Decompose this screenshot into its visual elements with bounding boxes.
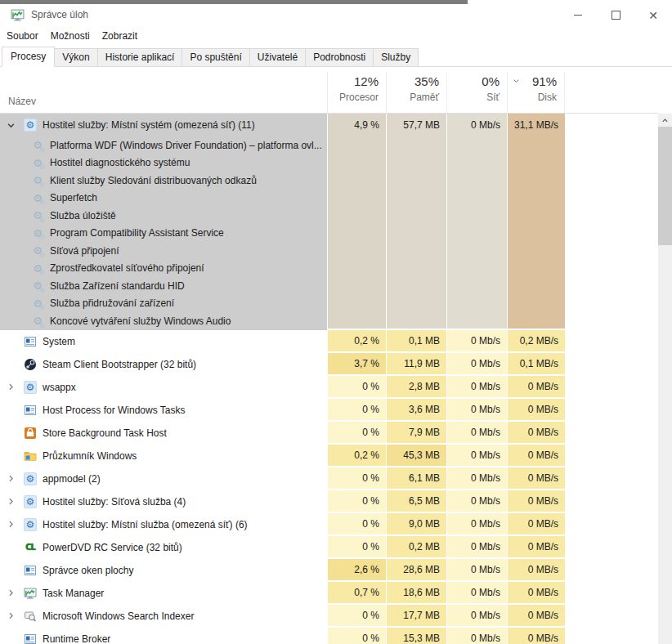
cpu-cell — [327, 207, 386, 225]
process-name: Steam Client Bootstrapper (32 bitů) — [43, 359, 196, 370]
process-name: Platforma WDF (Windows Driver Foundation… — [50, 140, 322, 151]
chevron-right-icon[interactable] — [5, 519, 16, 530]
disk-cell: 0 MB/s — [507, 628, 565, 644]
column-header-disk[interactable]: 91%Disk — [507, 72, 565, 113]
process-row[interactable]: ⚙Hostitel služby: Místní systém (omezená… — [0, 114, 658, 136]
process-row[interactable]: ⚙⚙Síťová připojení — [0, 242, 658, 260]
tab-vykon[interactable]: Výkon — [54, 48, 97, 66]
disk-cell — [507, 312, 565, 330]
service-icon: ⚙⚙ — [31, 315, 44, 328]
service-host-icon: ⚙ — [24, 381, 37, 394]
process-row[interactable]: ⚙⚙Služba přidružování zařízení — [0, 295, 658, 313]
cpu-cell: 0 % — [327, 628, 386, 644]
steam-icon — [24, 358, 37, 371]
tabbar: ProcesyVýkonHistorie aplikacíPo spuštění… — [0, 46, 672, 67]
process-name: Host Process for Windows Tasks — [43, 405, 186, 416]
tab-procesy[interactable]: Procesy — [2, 47, 55, 67]
service-icon: ⚙⚙ — [31, 226, 44, 239]
process-row[interactable]: Správce oken plochy2,6 %28,6 MB0 Mb/s0 M… — [0, 559, 658, 582]
process-name-cell: ⚙⚙Služba přidružování zařízení — [0, 295, 327, 313]
chevron-right-icon[interactable] — [5, 473, 16, 485]
process-row[interactable]: ⚙Hostitel služby: Síťová služba (4)0 %6,… — [0, 490, 658, 513]
network-cell: 0 Mb/s — [446, 513, 507, 536]
process-row[interactable]: Host Process for Windows Tasks0 %3,6 MB0… — [0, 399, 658, 422]
column-header-memory[interactable]: 35%Paměť — [386, 72, 446, 113]
column-header-network[interactable]: 0%Síť — [446, 72, 507, 113]
process-name: Task Manager — [43, 588, 104, 599]
process-row[interactable]: ⚙⚙Koncové vytváření služby Windows Audio — [0, 312, 658, 330]
network-cell — [446, 260, 507, 278]
process-row[interactable]: CLPowerDVD RC Service (32 bitů)0 %0,2 MB… — [0, 536, 658, 559]
network-cell — [446, 312, 507, 330]
column-header-name[interactable]: Název — [8, 96, 36, 107]
tab-uzivatele[interactable]: Uživatelé — [249, 48, 306, 66]
chevron-down-icon[interactable] — [5, 119, 16, 131]
maximize-button[interactable] — [597, 4, 634, 26]
process-name-cell: Host Process for Windows Tasks — [0, 399, 327, 422]
process-row[interactable]: ⚙⚙Služba Zařízení standardu HID — [0, 277, 658, 295]
store-icon — [24, 427, 37, 440]
menu-item-zobrazit[interactable]: Zobrazit — [96, 26, 143, 46]
process-row[interactable]: ⚙⚙Hostitel diagnostického systému — [0, 154, 658, 172]
process-row[interactable]: ⚙Hostitel služby: Místní služba (omezená… — [0, 513, 658, 536]
menu-item-moznosti[interactable]: Možnosti — [45, 26, 96, 46]
process-name: wsappx — [43, 382, 76, 393]
process-row[interactable]: Runtime Broker0 %15,3 MB0 Mb/s0 MB/s — [0, 628, 658, 644]
process-name: Služba Zařízení standardu HID — [50, 280, 185, 292]
process-name-cell: ⚙⚙Zprostředkovatel síťového připojení — [0, 260, 327, 278]
cpu-cell — [327, 154, 386, 172]
tab-sluzby[interactable]: Služby — [373, 48, 419, 66]
process-row[interactable]: Store Background Task Host0 %7,9 MB0 Mb/… — [0, 422, 658, 445]
process-row[interactable]: ⚙⚙Zprostředkovatel síťového připojení — [0, 260, 658, 278]
process-row[interactable]: Steam Client Bootstrapper (32 bitů)3,7 %… — [0, 353, 658, 376]
memory-cell — [386, 225, 446, 243]
chevron-right-icon[interactable] — [5, 496, 16, 508]
chevron-right-icon[interactable] — [5, 610, 16, 622]
tab-po-spusteni[interactable]: Po spuštění — [181, 48, 249, 66]
vertical-scrollbar[interactable] — [658, 114, 672, 644]
memory-cell — [386, 242, 446, 260]
chevron-right-icon[interactable] — [5, 588, 16, 599]
network-cell — [446, 225, 507, 243]
disk-cell: 0 MB/s — [507, 559, 565, 582]
disk-cell: 31,1 MB/s — [507, 114, 565, 136]
memory-cell — [386, 172, 446, 190]
minimize-button[interactable] — [559, 4, 597, 26]
process-name-cell: Průzkumník Windows — [0, 445, 327, 467]
process-row[interactable]: Microsoft Windows Search Indexer0 %17,7 … — [0, 605, 658, 628]
menu-item-soubor[interactable]: Soubor — [1, 26, 44, 46]
chevron-right-icon[interactable] — [5, 382, 16, 393]
tab-podrobnosti[interactable]: Podrobnosti — [305, 48, 374, 66]
process-row[interactable]: ⚙⚙Program Compatibility Assistant Servic… — [0, 225, 658, 243]
process-name: Hostitel diagnostického systému — [50, 157, 190, 168]
process-name-cell: ⚙Hostitel služby: Místní služba (omezená… — [0, 513, 327, 536]
disk-cell — [507, 242, 565, 260]
disk-cell: 0 MB/s — [507, 605, 565, 628]
process-row[interactable]: Task Manager0,7 %18,6 MB0 Mb/s0 MB/s — [0, 582, 658, 605]
close-button[interactable]: ✕ — [634, 4, 672, 26]
memory-cell: 3,6 MB — [386, 399, 446, 422]
process-row[interactable]: ⚙⚙Platforma WDF (Windows Driver Foundati… — [0, 136, 658, 154]
scroll-up-button[interactable] — [658, 114, 672, 127]
process-row[interactable]: ⚙⚙Služba úložiště — [0, 207, 658, 225]
process-row[interactable]: ⚙⚙Superfetch — [0, 190, 658, 208]
process-row[interactable]: System0,2 %0,1 MB0 Mb/s0,2 MB/s — [0, 330, 658, 353]
network-cell — [446, 207, 507, 225]
scrollbar-thumb[interactable] — [658, 127, 672, 245]
column-headers: Název 12%Procesor35%Paměť0%Síť91%Disk — [0, 67, 658, 114]
column-header-cpu[interactable]: 12%Procesor — [327, 72, 386, 113]
process-row[interactable]: ⚙wsappx0 %2,8 MB0 Mb/s0 MB/s — [0, 376, 658, 399]
cpu-cell: 3,7 % — [327, 353, 386, 376]
process-row[interactable]: ⚙⚙Klient služby Sledování distribuovanýc… — [0, 172, 658, 190]
task-manager-icon — [11, 8, 25, 22]
process-row[interactable]: ⚙appmodel (2)0 %6,1 MB0 Mb/s0 MB/s — [0, 467, 658, 490]
process-name-cell: ⚙⚙Platforma WDF (Windows Driver Foundati… — [0, 136, 327, 154]
disk-cell: 0 MB/s — [507, 536, 565, 559]
column-header-label: Procesor — [328, 92, 379, 103]
tab-historie-aplikaci[interactable]: Historie aplikací — [97, 48, 183, 66]
folder-icon — [24, 449, 37, 463]
network-cell: 0 Mb/s — [446, 467, 507, 490]
cpu-cell: 0,7 % — [327, 582, 386, 605]
process-row[interactable]: Průzkumník Windows0,2 %45,3 MB0 Mb/s0 MB… — [0, 445, 658, 467]
disk-cell — [507, 295, 565, 313]
